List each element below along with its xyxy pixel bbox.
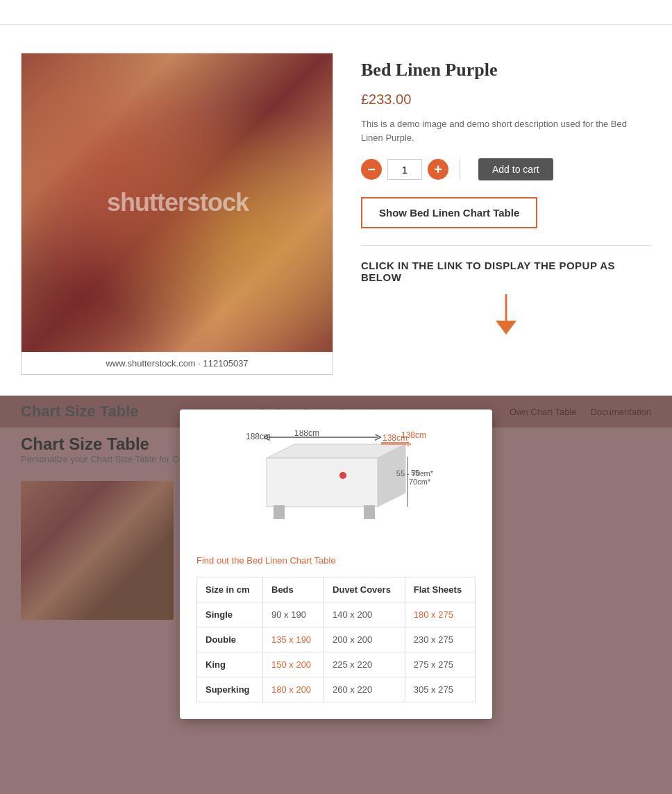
bg-section: Chart Size Table Our Demo Shop Categorie…	[0, 396, 672, 794]
cell-beds: 150 x 200	[263, 652, 324, 677]
click-instruction: CLICK IN THE LINK TO DISPLAY THE POPUP A…	[361, 260, 651, 283]
chart-table: Size in cm Beds Duvet Covers Flat Sheets…	[196, 577, 476, 702]
watermark: shutterstock	[22, 188, 333, 217]
product-image: shutterstock	[22, 53, 333, 352]
cell-beds: 180 x 200	[263, 677, 324, 702]
dim-depth: 138cm	[401, 430, 426, 440]
cell-beds: 135 x 190	[263, 627, 324, 652]
divider	[460, 159, 460, 180]
popup-modal: 188cm 138cm 55 - 70cm*	[180, 409, 492, 719]
dim-height: 55 - 70cm*	[396, 468, 433, 478]
product-details: Bed Linen Purple £233.00 This is a demo …	[361, 53, 651, 375]
cell-size: Single	[197, 602, 263, 627]
quantity-decrease-button[interactable]: −	[361, 159, 382, 180]
cell-size: Superking	[197, 677, 263, 702]
col-duvet: Duvet Covers	[324, 577, 405, 602]
product-price: £233.00	[361, 92, 651, 108]
cell-size: Double	[197, 627, 263, 652]
chart-link[interactable]: Find out the Bed Linen Chart Table	[196, 555, 476, 566]
product-image-container: shutterstock www.shutterstock.com · 1121…	[21, 53, 333, 375]
product-description: This is a demo image and demo short desc…	[361, 117, 651, 144]
image-footer: www.shutterstock.com · 112105037	[22, 352, 333, 374]
add-to-cart-button[interactable]: Add to cart	[478, 158, 553, 180]
cell-duvet: 140 x 200	[324, 602, 405, 627]
cell-flat: 305 x 275	[405, 677, 475, 702]
col-beds: Beds	[263, 577, 324, 602]
cell-duvet: 225 x 220	[324, 652, 405, 677]
table-row: Superking180 x 200260 x 220305 x 275	[197, 677, 476, 702]
cell-flat: 180 x 275	[405, 602, 475, 627]
mattress-svg: 188cm 138cm 55 - 70cm*	[239, 430, 433, 541]
cell-beds: 90 x 190	[263, 602, 324, 627]
svg-marker-4	[267, 458, 378, 507]
svg-point-7	[339, 472, 346, 479]
product-title: Bed Linen Purple	[361, 60, 651, 81]
quantity-row: − + Add to cart	[361, 158, 651, 180]
cell-duvet: 260 x 220	[324, 677, 405, 702]
dim-width: 188cm	[246, 432, 271, 441]
quantity-increase-button[interactable]: +	[428, 159, 448, 180]
table-row: Double135 x 190200 x 200230 x 275	[197, 627, 476, 652]
svg-marker-1	[496, 321, 516, 335]
svg-text:188cm: 188cm	[294, 430, 319, 438]
col-flat: Flat Sheets	[405, 577, 475, 602]
cell-flat: 230 x 275	[405, 627, 475, 652]
svg-rect-6	[364, 505, 375, 519]
cell-size: King	[197, 652, 263, 677]
show-chart-button[interactable]: Show Bed Linen Chart Table	[361, 197, 537, 228]
table-row: King150 x 200225 x 220275 x 275	[197, 652, 476, 677]
svg-text:70cm*: 70cm*	[409, 478, 431, 486]
arrow-down-icon	[361, 294, 651, 342]
cell-duvet: 200 x 200	[324, 627, 405, 652]
mattress-diagram: 188cm 138cm 55 - 70cm*	[196, 430, 476, 541]
cell-flat: 275 x 275	[405, 652, 475, 677]
product-section: shutterstock www.shutterstock.com · 1121…	[0, 25, 672, 396]
col-size: Size in cm	[197, 577, 263, 602]
section-divider	[361, 245, 651, 246]
table-row: Single90 x 190140 x 200180 x 275	[197, 602, 476, 627]
top-nav	[0, 0, 672, 25]
quantity-input[interactable]	[387, 159, 422, 180]
svg-rect-5	[274, 505, 285, 519]
